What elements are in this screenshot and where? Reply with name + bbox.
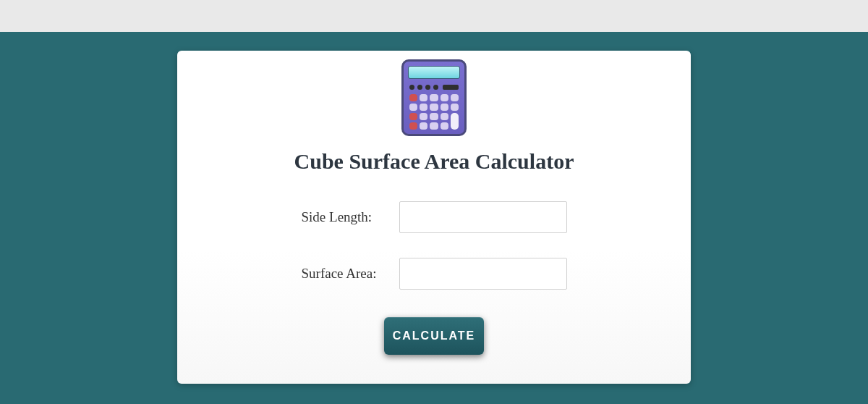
page-background: Cube Surface Area Calculator Side Length… <box>0 32 868 404</box>
calculate-button[interactable]: CALCULATE <box>384 317 484 355</box>
surface-area-output[interactable] <box>399 258 567 290</box>
page-title: Cube Surface Area Calculator <box>235 149 633 174</box>
surface-area-row: Surface Area: <box>302 258 567 290</box>
calculator-icon <box>401 59 467 136</box>
side-length-row: Side Length: <box>302 201 567 233</box>
top-banner <box>0 0 868 32</box>
side-length-label: Side Length: <box>302 209 399 225</box>
side-length-input[interactable] <box>399 201 567 233</box>
surface-area-label: Surface Area: <box>302 266 399 282</box>
calculator-card: Cube Surface Area Calculator Side Length… <box>177 51 691 384</box>
